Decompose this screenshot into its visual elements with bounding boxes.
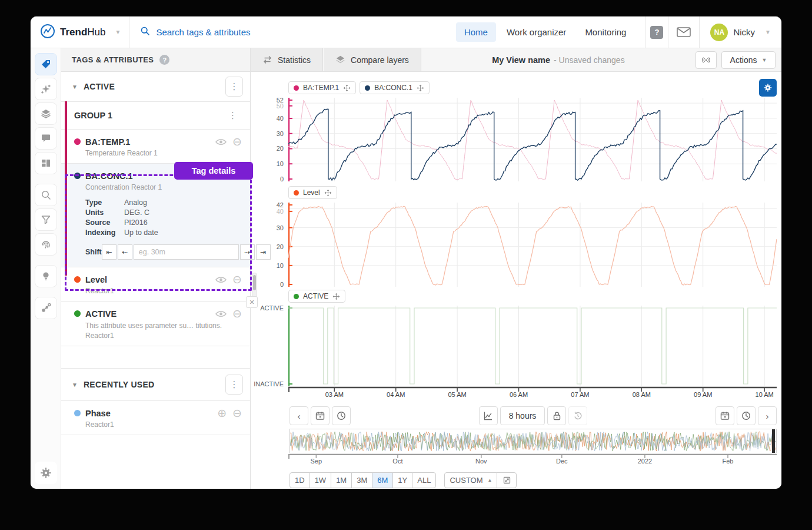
tag-row-active[interactable]: ACTIVE ⊖ This attribute uses parameter s… — [61, 302, 250, 346]
remove-icon[interactable]: ⊖ — [232, 308, 242, 319]
y-tick-label: 10 — [277, 262, 284, 269]
plot-temp-conc[interactable] — [288, 98, 777, 181]
add-icon[interactable]: ⊕ — [217, 408, 227, 419]
settings-button[interactable] — [35, 462, 57, 484]
recently-used-menu-button[interactable]: ⋮ — [225, 375, 243, 395]
chevron-down-icon[interactable]: ▼ — [72, 84, 78, 90]
statistics-label: Statistics — [278, 55, 311, 65]
chart-area: Statistics Compare layers My View name -… — [251, 48, 781, 489]
range-1y-button[interactable]: 1Y — [392, 472, 412, 488]
legend-chip-temp[interactable]: BA:TEMP.1 — [288, 81, 356, 94]
chevron-down-icon[interactable]: ▼ — [72, 382, 78, 388]
ideas-tool-button[interactable] — [35, 265, 57, 287]
live-broadcast-button[interactable] — [695, 51, 717, 69]
y-tick-label: 30 — [277, 224, 284, 231]
tag-row-level[interactable]: Level ⊖ Reactor1 — [61, 267, 250, 302]
trendhub-logo-icon — [40, 24, 55, 41]
group-menu-icon[interactable]: ⋮ — [225, 110, 241, 121]
move-icon — [324, 189, 332, 197]
end-time-button[interactable] — [737, 406, 756, 425]
range-all-button[interactable]: ALL — [412, 472, 436, 488]
y-tick-label: ACTIVE — [260, 304, 284, 312]
nav-work-organizer[interactable]: Work organizer — [498, 22, 574, 42]
start-date-button[interactable] — [311, 406, 330, 425]
start-time-button[interactable] — [332, 406, 351, 425]
remove-icon[interactable]: ⊖ — [232, 274, 242, 285]
time-tick-label: 07 AM — [571, 391, 589, 398]
actions-button[interactable]: Actions ▼ — [721, 51, 776, 69]
mail-icon[interactable] — [673, 27, 694, 37]
tag-row-phase[interactable]: Phase ⊕ ⊖ Reactor1 — [61, 401, 250, 435]
fingerprint-tool-button[interactable] — [35, 233, 57, 256]
search-tool-button[interactable] — [35, 184, 57, 206]
range-6m-button[interactable]: 6M — [372, 472, 393, 488]
view-toolbar: Statistics Compare layers My View name -… — [251, 48, 781, 72]
nav-monitoring[interactable]: Monitoring — [577, 22, 634, 42]
legend-chip-conc[interactable]: BA:CONC.1 — [360, 81, 430, 94]
end-date-button[interactable] — [716, 406, 734, 425]
divider — [699, 16, 700, 48]
remove-icon[interactable]: ⊖ — [232, 136, 242, 147]
range-custom-button[interactable]: CUSTOM ▲ — [444, 472, 497, 488]
compare-layers-button[interactable]: Compare layers — [323, 48, 421, 71]
legend-chip-active[interactable]: ACTIVE — [288, 290, 345, 303]
effects-tool-button[interactable] — [35, 78, 57, 100]
tag-row-temp[interactable]: BA:TEMP.1 ⊖ Temperature Reactor 1 — [61, 130, 250, 164]
user-menu[interactable]: NA Nicky ▼ — [704, 24, 781, 41]
lock-duration-button[interactable] — [547, 406, 566, 425]
chevron-down-icon[interactable]: ▼ — [115, 29, 121, 35]
shift-amount-input[interactable] — [134, 244, 239, 260]
filter-tool-button[interactable] — [35, 208, 57, 231]
legend-chip-level[interactable]: Level — [288, 186, 337, 199]
time-tick-label: 10 AM — [756, 391, 774, 398]
duration-button[interactable]: 8 hours — [500, 406, 545, 425]
layout-tool-button[interactable] — [35, 152, 57, 174]
expand-range-button[interactable] — [497, 472, 517, 488]
close-icon[interactable]: ✕ — [246, 296, 258, 308]
search-icon — [140, 26, 150, 38]
statistics-button[interactable]: Statistics — [251, 48, 323, 71]
layers-tool-button[interactable] — [35, 102, 57, 125]
range-1w-button[interactable]: 1W — [310, 472, 332, 488]
pan-right-button[interactable]: › — [758, 406, 777, 425]
legend-label: Level — [303, 188, 320, 197]
shift-far-left-button[interactable]: ⇤ — [102, 244, 117, 260]
reset-time-button[interactable] — [568, 406, 587, 425]
range-1m-button[interactable]: 1M — [331, 472, 352, 488]
search-input[interactable] — [156, 27, 403, 37]
overview-range-handle[interactable] — [772, 429, 775, 453]
legend-dot — [294, 190, 299, 196]
nav-home[interactable]: Home — [456, 22, 496, 42]
group-color-bar — [65, 101, 67, 276]
remove-icon[interactable]: ⊖ — [232, 408, 242, 419]
comments-tool-button[interactable] — [35, 127, 57, 150]
visibility-icon[interactable] — [215, 276, 227, 283]
detail-value: Analog — [124, 198, 147, 207]
group-row[interactable]: GROUP 1 ⋮ — [61, 102, 250, 130]
overview-timeline[interactable] — [289, 429, 777, 453]
detail-label: Type — [85, 198, 124, 207]
relations-tool-button[interactable] — [35, 297, 57, 319]
plot-level[interactable] — [288, 203, 777, 287]
pan-left-button[interactable]: ‹ — [289, 406, 308, 425]
detail-label: Source — [85, 218, 124, 227]
visibility-icon[interactable] — [215, 310, 227, 317]
brand[interactable]: TrendHub ▼ — [31, 16, 129, 48]
tag-details-badge[interactable]: Tag details — [174, 162, 253, 180]
visibility-icon[interactable] — [215, 138, 227, 145]
range-1d-button[interactable]: 1D — [289, 472, 310, 488]
month-tick-label: Nov — [475, 458, 487, 465]
range-3m-button[interactable]: 3M — [351, 472, 372, 488]
shift-left-button[interactable]: ⇠ — [118, 244, 132, 260]
panel-help-icon[interactable]: ? — [159, 55, 169, 65]
divider — [645, 16, 645, 48]
tags-tool-button[interactable] — [35, 53, 57, 75]
chart-settings-button[interactable] — [759, 79, 777, 97]
active-section-menu-button[interactable]: ⋮ — [225, 77, 243, 97]
plot-active[interactable] — [288, 306, 777, 386]
help-icon[interactable]: ? — [650, 26, 663, 39]
tag-name: Phase — [85, 409, 212, 418]
panel-scrollbar[interactable] — [252, 273, 257, 299]
trend-mode-button[interactable] — [479, 406, 498, 425]
view-title-zone: My View name - Unsaved changes — [421, 48, 695, 71]
